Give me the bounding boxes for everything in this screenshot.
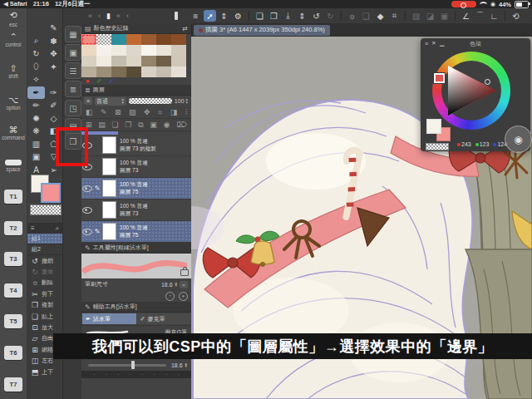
panel-fwd-icon[interactable]: ‹ [126, 12, 129, 20]
visibility-toggle[interactable] [81, 185, 92, 192]
tkey-T7[interactable]: T7 [4, 377, 22, 392]
quick-access-set-組1[interactable]: 組1 [27, 234, 62, 244]
history-swatch-1[interactable] [96, 34, 111, 45]
search-icon[interactable]: ⌕ [56, 224, 59, 233]
selection-mode-2-icon[interactable]: ◪ [424, 10, 436, 22]
flip-vertical-item[interactable]: ⬒上下 [27, 367, 62, 377]
layer-row[interactable]: ✎100 % 普通圖層 75 [81, 178, 191, 200]
snap-grid-icon[interactable]: ∟ [488, 10, 500, 22]
history-swatch-23[interactable] [111, 66, 126, 77]
gesture-undo-key[interactable]: ⟲ [0, 10, 27, 20]
history-swatch-2[interactable] [111, 34, 126, 45]
scale-item[interactable]: ⊡放大 [27, 322, 62, 332]
selection-mode-3-icon[interactable]: ▣ [438, 10, 451, 22]
tkey-T1[interactable]: T1 [4, 190, 22, 204]
tkey-T5[interactable]: T5 [4, 314, 22, 328]
history-swatch-25[interactable] [141, 66, 156, 77]
blend-mode-select[interactable]: 普通 ▲▼ [95, 97, 126, 106]
snap-special-ruler-icon[interactable]: ⌒ [474, 10, 486, 22]
layer-row[interactable]: 100 % 普通圖層 73 的複製 [81, 135, 191, 156]
sub-tool-麥克筆[interactable]: ✐麥克筆 [137, 313, 191, 324]
save-icon[interactable]: ⤓ [282, 10, 294, 22]
redo-item[interactable]: ↻重做 [27, 266, 62, 277]
history-swatch-0[interactable] [81, 34, 96, 45]
layer-row[interactable]: 100 % 普通圖層 73 [81, 156, 191, 178]
size-preset-0[interactable]: · [93, 372, 95, 377]
lock-icon[interactable] [180, 269, 189, 276]
expand-icon[interactable]: ⇕ [218, 10, 230, 22]
lock-alpha-icon[interactable]: ▨ [129, 108, 136, 116]
crop-icon[interactable]: ⌗ [388, 10, 401, 22]
size-preset-5[interactable]: · [154, 372, 155, 377]
canvas-tab[interactable]: 插圖 3* (A6 1447 x 2039px 350dpi 240.8%) [194, 25, 330, 36]
blend-tool[interactable]: ❋ [27, 125, 45, 138]
cut-item[interactable]: ✂剪下 [27, 288, 62, 299]
shift-key[interactable]: ⇧shift [0, 63, 27, 79]
command-key[interactable]: ⌘command [0, 125, 27, 140]
reset-rotate-icon[interactable]: ⟲ [510, 10, 522, 22]
frame-border-tool[interactable]: ▣ [27, 150, 45, 164]
size-preset-4[interactable]: · [141, 372, 143, 377]
history-swatch-24[interactable] [126, 66, 141, 77]
sub-view-panel-icon[interactable]: ▣ [65, 44, 81, 61]
move-layer-tool[interactable]: ✥ [45, 47, 62, 61]
history-swatch-7[interactable] [81, 45, 96, 56]
sub-color-swatch[interactable] [41, 183, 61, 203]
zoom-tool[interactable]: ⌕ [27, 35, 45, 48]
undo-item[interactable]: ↺撤銷 [27, 255, 62, 266]
mask-icon[interactable]: ✥ [144, 108, 150, 116]
pen-tool[interactable]: ✒ [27, 86, 45, 100]
history-swatch-8[interactable] [96, 45, 111, 56]
history-swatch-26[interactable] [156, 66, 171, 77]
quick-access-set-組2[interactable]: 組2 [27, 244, 62, 255]
option-key[interactable]: ⌥option [0, 95, 27, 111]
rotate-canvas-tool[interactable]: ↻ [27, 47, 45, 61]
deselect-icon[interactable]: ◆ [374, 10, 387, 22]
pencil-tool[interactable]: ✏ [27, 99, 45, 112]
history-swatch-12[interactable] [156, 45, 171, 56]
tkey-T2[interactable]: T2 [4, 221, 22, 235]
delete-layer-icon[interactable]: ⌦ [176, 121, 187, 129]
history-swatch-14[interactable] [81, 56, 96, 66]
draft-layer-icon[interactable]: ✎ [101, 108, 107, 116]
brush-size-value[interactable]: 18.6 [161, 282, 173, 288]
eyedropper-tool[interactable]: ✧ [27, 73, 45, 86]
settings-icon[interactable]: ⚙ [232, 10, 244, 22]
history-swatch-13[interactable] [171, 45, 186, 56]
size-preset-3[interactable]: · [130, 372, 131, 377]
history-swatch-27[interactable] [171, 66, 186, 77]
timer-icon[interactable]: ◔ [165, 292, 175, 301]
size-stepper-icon[interactable]: ▲▼ [175, 282, 178, 288]
history-swatch-4[interactable] [141, 34, 156, 45]
size-preset-6[interactable]: · [165, 372, 167, 377]
tkey-T6[interactable]: T6 [4, 346, 22, 360]
layer-row[interactable]: 100 % 普通圖層 73 [81, 200, 191, 221]
panel-fwd-double-icon[interactable]: « [116, 12, 121, 20]
selection-mode-1-icon[interactable]: ▨ [410, 10, 422, 22]
lasso-tool[interactable]: ⬯ [27, 61, 45, 74]
hand-tool[interactable]: ✽ [45, 35, 62, 48]
tkey-T4[interactable]: T4 [4, 283, 22, 298]
sub-tool-沾水筆[interactable]: ✒沾水筆 [82, 313, 136, 324]
history-swatch-5[interactable] [156, 34, 171, 45]
duplicate-layer-icon[interactable]: ❐ [125, 121, 131, 129]
airbrush-tool[interactable]: ✺ [27, 112, 45, 126]
merge-icon[interactable]: ◨ [170, 108, 178, 116]
history-swatch-16[interactable] [111, 56, 126, 66]
layer-row[interactable]: ✎100 % 普通圖層 75 [81, 221, 191, 243]
touch-gesture-icon[interactable]: ➚ [204, 10, 216, 22]
undo-icon[interactable]: ↺ [310, 10, 323, 22]
opacity-slider[interactable] [129, 98, 172, 104]
layer-property-panel-icon[interactable]: ◳ [65, 100, 81, 116]
menu-icon[interactable]: ≡ [190, 10, 202, 22]
transparent-color-swatch[interactable] [30, 204, 62, 215]
snap-ruler-icon[interactable]: ∠ [460, 10, 472, 22]
pen-indicator[interactable]: ▮ [106, 12, 111, 20]
menu-icon[interactable]: ≡ [31, 224, 35, 232]
size-stepper-icon[interactable]: ▲▼ [185, 362, 188, 368]
ruler-icon[interactable]: ⌗ [158, 108, 162, 117]
history-swatch-15[interactable] [96, 56, 111, 66]
paper-layer-icon[interactable]: ⧉ [138, 121, 143, 130]
transfer-layer-icon[interactable]: ❏ [112, 121, 119, 129]
visibility-toggle[interactable] [81, 207, 92, 214]
